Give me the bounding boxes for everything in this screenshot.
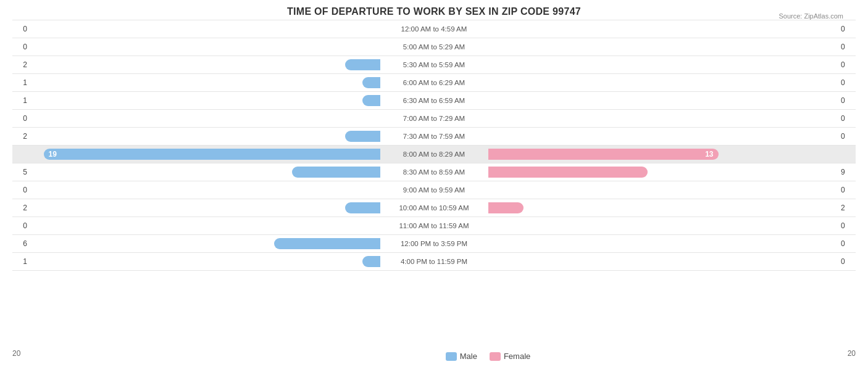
chart-inner: 012:00 AM to 4:59 AM005:00 AM to 5:29 AM…: [12, 20, 856, 348]
right-bar-container: [488, 237, 838, 250]
left-bar-container: [31, 112, 380, 125]
bar-row: 25:30 AM to 5:59 AM0: [12, 56, 856, 74]
female-value: 0: [837, 43, 856, 51]
bar-row: 58:30 AM to 8:59 AM9: [12, 163, 856, 181]
male-value: 0: [12, 114, 31, 123]
bar-row: 210:00 AM to 10:59 AM2: [12, 199, 856, 217]
right-bar-container: [488, 255, 838, 268]
bar-row: 05:00 AM to 5:29 AM0: [12, 38, 856, 56]
bar-row: 14:00 PM to 11:59 PM0: [12, 253, 856, 271]
female-value: 0: [837, 221, 856, 230]
left-bar-container: [31, 76, 380, 89]
bar-row: 011:00 AM to 11:59 AM0: [12, 217, 856, 235]
female-value: 0: [837, 132, 856, 141]
source-label: Source: ZipAtlas.com: [778, 12, 843, 20]
male-value: 1: [12, 78, 31, 87]
male-bar: [345, 131, 380, 142]
legend-male-label: Male: [460, 352, 477, 361]
time-label: 11:00 AM to 11:59 AM: [380, 222, 488, 229]
legend-male: Male: [446, 352, 477, 361]
left-bar-container: [31, 201, 380, 215]
male-bar: [274, 238, 380, 249]
axis-bottom: 20 Male Female 20: [12, 349, 856, 361]
male-bar: [345, 59, 380, 70]
right-bar-container: [488, 201, 838, 215]
male-value: 6: [12, 239, 31, 248]
male-bar: [362, 95, 380, 106]
female-value: 9: [837, 168, 856, 176]
chart-title: TIME OF DEPARTURE TO WORK BY SEX IN ZIP …: [287, 6, 581, 17]
male-value: 0: [12, 25, 31, 33]
female-value: 2: [837, 204, 856, 212]
bar-row: 16:30 AM to 6:59 AM0: [12, 92, 856, 110]
right-bar-container: [488, 40, 838, 54]
male-value: 2: [12, 132, 31, 141]
left-bar-container: [31, 237, 380, 250]
left-bar-container: [31, 58, 380, 72]
left-bar-container: [31, 22, 380, 36]
time-label: 5:30 AM to 5:59 AM: [380, 61, 488, 68]
axis-right-label: 20: [611, 349, 856, 361]
left-bar-container: [31, 40, 380, 54]
left-bar-container: [31, 165, 380, 179]
left-bar-container: [31, 94, 380, 107]
female-value: 0: [837, 114, 856, 123]
male-value: 5: [12, 168, 31, 176]
male-bar: [345, 202, 380, 213]
right-bar-container: [488, 130, 838, 143]
time-label: 10:00 AM to 10:59 AM: [380, 204, 488, 212]
male-value: 0: [12, 221, 31, 230]
axis-left-label: 20: [12, 349, 257, 361]
left-bar-container: [31, 130, 380, 143]
female-bar: [488, 202, 524, 213]
legend: Male Female: [365, 352, 611, 361]
time-label: 12:00 AM to 4:59 AM: [380, 25, 488, 33]
chart-wrapper: TIME OF DEPARTURE TO WORK BY SEX IN ZIP …: [0, 0, 868, 367]
male-value: 1: [12, 96, 31, 105]
bar-row: 27:30 AM to 7:59 AM0: [12, 128, 856, 146]
right-bar-container: [488, 22, 838, 36]
time-label: 9:00 AM to 9:59 AM: [380, 186, 488, 194]
male-value: 1: [12, 257, 31, 266]
left-bar-container: [31, 255, 380, 268]
female-value: 0: [837, 25, 856, 33]
legend-female-label: Female: [504, 352, 530, 361]
male-value: 2: [12, 60, 31, 69]
left-bar-container: [31, 219, 380, 233]
right-bar-container: 13: [488, 147, 838, 161]
male-bar: [292, 167, 380, 178]
time-label: 8:00 AM to 8:29 AM: [380, 151, 488, 158]
legend-male-box: [446, 352, 457, 361]
time-label: 6:30 AM to 6:59 AM: [380, 97, 488, 104]
right-bar-container: [488, 94, 838, 107]
female-value: 0: [837, 96, 856, 105]
time-label: 7:30 AM to 7:59 AM: [380, 133, 488, 140]
legend-female-box: [490, 352, 501, 361]
right-bar-container: [488, 112, 838, 125]
right-bar-container: [488, 219, 838, 233]
female-value: 0: [837, 257, 856, 266]
female-value: 0: [837, 78, 856, 87]
time-label: 12:00 PM to 3:59 PM: [380, 240, 488, 247]
bar-row: 07:00 AM to 7:29 AM0: [12, 110, 856, 128]
time-label: 6:00 AM to 6:29 AM: [380, 79, 488, 86]
bar-row: 16:00 AM to 6:29 AM0: [12, 74, 856, 92]
bar-row: 012:00 AM to 4:59 AM0: [12, 20, 856, 38]
time-label: 4:00 PM to 11:59 PM: [380, 258, 488, 265]
left-bar-container: 19: [31, 147, 380, 161]
female-bar: [488, 167, 648, 178]
female-value: 0: [837, 239, 856, 248]
time-label: 5:00 AM to 5:29 AM: [380, 43, 488, 51]
right-bar-container: [488, 165, 838, 179]
right-bar-container: [488, 76, 838, 89]
right-bar-container: [488, 183, 838, 197]
bar-row: 198:00 AM to 8:29 AM13: [12, 146, 856, 163]
bar-row: 612:00 PM to 3:59 PM0: [12, 235, 856, 253]
female-value: 0: [837, 186, 856, 194]
male-bar: [362, 256, 380, 267]
male-value: 0: [12, 43, 31, 51]
male-value: 0: [12, 186, 31, 194]
male-bar: 19: [44, 149, 380, 160]
male-bar: [362, 77, 380, 88]
left-bar-container: [31, 183, 380, 197]
